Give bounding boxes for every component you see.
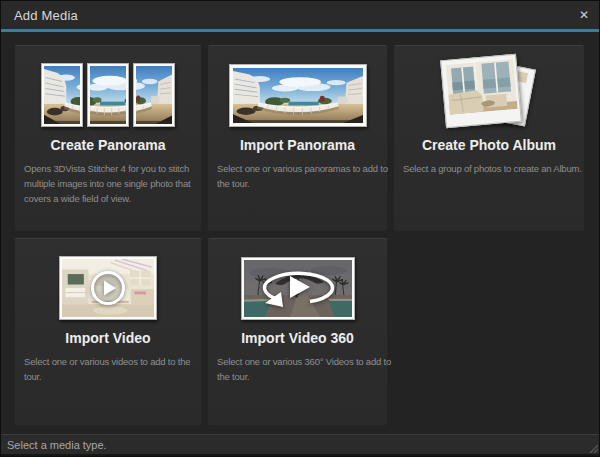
- card-import-panorama[interactable]: Import Panorama Select one or various pa…: [208, 45, 387, 231]
- accent-divider: [1, 29, 599, 32]
- panorama-strip-3-photo: [133, 63, 175, 127]
- close-icon[interactable]: ✕: [569, 1, 599, 29]
- create-photo-album-thumbnail: [394, 46, 584, 132]
- import-video-thumbnail: [15, 239, 201, 325]
- title-bar[interactable]: Add Media ✕: [1, 1, 599, 29]
- front-polaroid-photo: [440, 54, 522, 128]
- card-create-panorama[interactable]: Create Panorama Opens 3DVista Stitcher 4…: [15, 45, 201, 231]
- card-import-video[interactable]: Import Video Select one or various video…: [15, 238, 201, 425]
- card-description: Select one or various videos to add to t…: [15, 354, 201, 384]
- video-360-photo: [241, 257, 355, 320]
- card-create-photo-album[interactable]: Create Photo Album Select a group of pho…: [394, 45, 584, 231]
- card-title: Import Video 360: [241, 329, 354, 347]
- card-title: Import Video: [65, 329, 150, 347]
- status-bar: Select a media type.: [1, 434, 599, 454]
- dialog-title: Add Media: [1, 8, 78, 23]
- panorama-strip-1-photo: [41, 63, 83, 127]
- card-description: Select one or various 360° Videos to add…: [208, 354, 387, 384]
- resize-grip-icon[interactable]: [588, 443, 598, 453]
- import-panorama-thumbnail: [208, 46, 387, 132]
- card-description: Opens 3DVista Stitcher 4 for you to stit…: [15, 161, 201, 206]
- card-title: Create Panorama: [50, 136, 165, 154]
- card-description: Select one or various panoramas to add t…: [208, 161, 387, 191]
- panorama-strip-2-photo: [87, 63, 129, 127]
- video-photo: [59, 256, 157, 320]
- create-panorama-thumbnail: [15, 46, 201, 132]
- window-bottom-edge: [1, 454, 599, 456]
- import-video-360-thumbnail: [208, 239, 387, 325]
- card-description: Select a group of photos to create an Al…: [394, 161, 584, 176]
- status-text: Select a media type.: [1, 439, 107, 451]
- add-media-dialog: Add Media ✕ Create Panorama Opens 3DVist…: [0, 0, 600, 457]
- card-title: Import Panorama: [240, 136, 355, 154]
- card-import-video-360[interactable]: Import Video 360 Select one or various 3…: [208, 238, 387, 425]
- panorama-photo: [229, 64, 367, 127]
